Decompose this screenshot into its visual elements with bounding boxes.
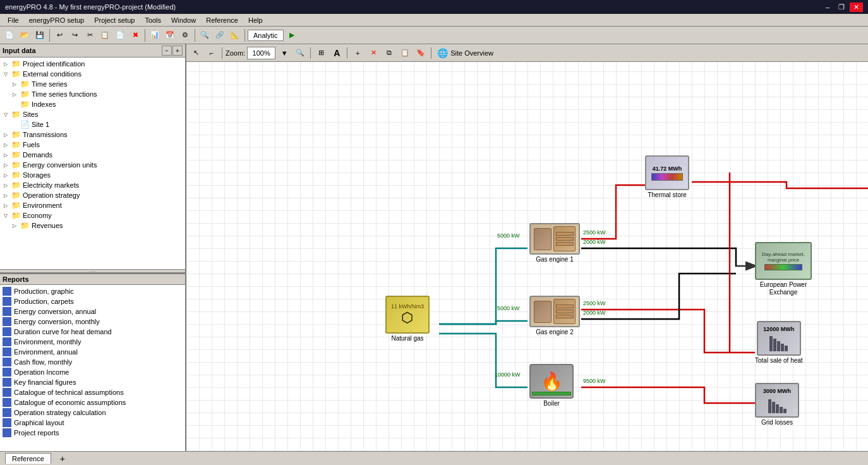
report-item[interactable]: Cash flow, monthly	[1, 357, 184, 367]
grid-losses-node[interactable]: 3000 MWh Grid losses	[755, 383, 799, 426]
open-button[interactable]: 📂	[18, 28, 32, 42]
restore-button[interactable]: ❐	[835, 3, 848, 12]
tab-reference[interactable]: Reference	[5, 453, 51, 464]
tb-btn-11[interactable]: 📐	[228, 28, 242, 42]
thermal-store-node[interactable]: 41.72 MWh Thermal store	[645, 155, 689, 199]
tree-item[interactable]: ▷📁Electricity markets	[1, 180, 184, 190]
tree-item[interactable]: ▷📁Environment	[1, 200, 184, 210]
report-item[interactable]: Graphical layout	[1, 418, 184, 428]
report-item[interactable]: Key financial figures	[1, 377, 184, 387]
menu-help[interactable]: Help	[243, 15, 268, 25]
tree-item[interactable]: 📄Site 1	[1, 119, 184, 130]
tb-btn-9[interactable]: 🔍	[198, 28, 212, 42]
tree-item[interactable]: ▽📁External conditions	[1, 69, 184, 79]
tab-add-button[interactable]: +	[57, 454, 68, 464]
report-icon	[3, 368, 11, 377]
report-item[interactable]: Operation Income	[1, 367, 184, 377]
tree-item[interactable]: ▽📁Sites	[1, 109, 184, 119]
zoom-search[interactable]: 🔍	[293, 46, 307, 60]
save-button[interactable]: 💾	[33, 28, 47, 42]
reports-list: Production, graphicProduction, carpetsEn…	[0, 285, 185, 451]
tb-btn-5[interactable]: 📄	[113, 28, 127, 42]
tb-btn-10[interactable]: 🔗	[213, 28, 227, 42]
ct-btn-1[interactable]: ⊞	[314, 46, 328, 60]
report-item-label: Catalogue of technical assumptions	[14, 389, 124, 396]
draw-tool[interactable]: ⌐	[205, 46, 219, 60]
tree-item[interactable]: ▷📁Transmissions	[1, 130, 184, 140]
menu-tools[interactable]: Tools	[140, 15, 166, 25]
natural-gas-node[interactable]: 11 kWh/Nm3 ⬡ Natural gas	[385, 296, 430, 342]
tree-item[interactable]: ▷📁Project identification	[1, 59, 184, 69]
gas-engine-1-node[interactable]: Gas engine 1	[529, 223, 580, 263]
report-item[interactable]: Operation strategy calculation	[1, 408, 184, 418]
boiler-node[interactable]: 🔥 Boiler	[529, 364, 574, 408]
canvas[interactable]: ✕ 5000 kW 5000 kW 10000 kW	[186, 62, 868, 451]
report-item[interactable]: Production, carpets	[1, 296, 184, 306]
tree-item[interactable]: ▷📁Storages	[1, 170, 184, 180]
menu-window[interactable]: Window	[166, 15, 201, 25]
select-tool[interactable]: ↖	[189, 46, 203, 60]
tb-btn-4[interactable]: 📋	[98, 28, 112, 42]
report-item[interactable]: Environment, annual	[1, 347, 184, 357]
tree-item-label: Economy	[23, 212, 52, 219]
tb-btn-6[interactable]: 📊	[148, 28, 162, 42]
folder-icon: 📁	[11, 150, 21, 159]
close-button[interactable]: ✕	[850, 3, 863, 12]
add-node-btn[interactable]: +	[351, 46, 365, 60]
tb-btn-3[interactable]: ✂	[83, 28, 97, 42]
boiler-label: Boiler	[543, 400, 560, 408]
play-button[interactable]: ▶	[285, 28, 299, 42]
svg-text:9500 kW: 9500 kW	[583, 378, 606, 384]
ct-btn-extra[interactable]: 🔖	[414, 46, 428, 60]
report-item[interactable]: Project reports	[1, 428, 184, 438]
menu-file[interactable]: File	[3, 15, 24, 25]
zoom-dropdown[interactable]: ▼	[277, 46, 291, 60]
total-sale-bars	[769, 332, 788, 351]
tree-item[interactable]: ▷📁Revenues	[1, 220, 184, 231]
report-item[interactable]: Environment, monthly	[1, 337, 184, 347]
main-content: Input data − + ▷📁Project identification▽…	[0, 44, 868, 451]
tree-item[interactable]: 📁Indexes	[1, 99, 184, 109]
tree-item[interactable]: ▷📁Time series functions	[1, 89, 184, 99]
tb-btn-1[interactable]: ↩	[52, 28, 66, 42]
tb-btn-2[interactable]: ↪	[68, 28, 81, 42]
folder-icon: 📁	[11, 160, 21, 169]
report-item[interactable]: Duration curve for heat demand	[1, 327, 184, 337]
tb-btn-8[interactable]: ⚙	[178, 28, 192, 42]
tb-stop-btn[interactable]: ✖	[128, 28, 142, 42]
svg-text:2500 kW: 2500 kW	[583, 229, 606, 236]
ct-btn-2[interactable]: A	[330, 46, 344, 60]
new-button[interactable]: 📄	[3, 28, 16, 42]
zoom-input[interactable]	[247, 47, 275, 59]
report-item[interactable]: Energy conversion, annual	[1, 306, 184, 317]
pane-plus-btn[interactable]: +	[172, 45, 183, 56]
copy-btn[interactable]: ⧉	[382, 46, 396, 60]
report-item[interactable]: Energy conversion, monthly	[1, 317, 184, 327]
pane-minus-btn[interactable]: −	[162, 45, 172, 56]
menu-project-setup[interactable]: Project setup	[89, 15, 140, 25]
tree-item[interactable]: ▷📁Time series	[1, 79, 184, 89]
tb-btn-7[interactable]: 📅	[163, 28, 177, 42]
minimize-button[interactable]: –	[822, 3, 833, 12]
report-item[interactable]: Catalogue of economic assumptions	[1, 397, 184, 408]
delete-node-btn[interactable]: ✕	[366, 46, 380, 60]
tree-chevron: ▷	[4, 162, 11, 168]
total-sale-node[interactable]: 12000 MWh Total sale of heat	[755, 321, 803, 365]
gas-engine-2-node[interactable]: Gas engine 2	[529, 296, 580, 336]
analytic-button[interactable]: Analytic	[248, 30, 284, 41]
tree-item[interactable]: ▽📁Economy	[1, 210, 184, 220]
titlebar-controls: – ❐ ✕	[822, 3, 863, 12]
resizer[interactable]	[0, 269, 185, 273]
menu-reference[interactable]: Reference	[201, 15, 243, 25]
tree-item[interactable]: ▷📁Fuels	[1, 140, 184, 150]
power-exchange-node[interactable]: Day-ahead market,marginal price European…	[755, 242, 812, 296]
tree-item[interactable]: ▷📁Energy conversion units	[1, 160, 184, 170]
tree-item[interactable]: ▷📁Demands	[1, 150, 184, 160]
menu-energypro-setup[interactable]: energyPRO setup	[24, 15, 89, 25]
report-item[interactable]: Production, graphic	[1, 286, 184, 296]
tree-item-label: Operation strategy	[23, 191, 80, 199]
tree-item[interactable]: ▷📁Operation strategy	[1, 190, 184, 200]
report-item[interactable]: Catalogue of technical assumptions	[1, 387, 184, 397]
zoom-label: Zoom:	[226, 49, 245, 57]
paste-btn[interactable]: 📋	[398, 46, 412, 60]
